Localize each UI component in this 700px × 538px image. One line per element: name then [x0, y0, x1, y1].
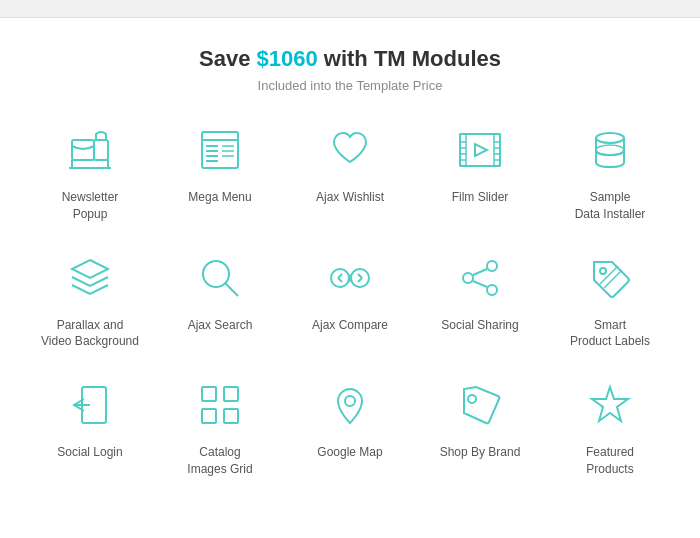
film-slider-icon: [451, 121, 509, 179]
module-item-smart-labels: Smart Product Labels: [545, 239, 675, 367]
ajax-wishlist-icon: [321, 121, 379, 179]
svg-point-39: [463, 273, 473, 283]
module-item-shop-by-brand: Shop By Brand: [415, 366, 545, 494]
module-item-mega-menu: Mega Menu: [155, 111, 285, 239]
module-item-ajax-wishlist: Ajax Wishlist: [285, 111, 415, 239]
svg-rect-1: [94, 140, 108, 160]
module-label-google-map: Google Map: [317, 444, 382, 461]
social-sharing-icon: [451, 249, 509, 307]
svg-marker-26: [475, 144, 487, 156]
module-item-google-map: Google Map: [285, 366, 415, 494]
module-item-ajax-search: Ajax Search: [155, 239, 285, 367]
mega-menu-icon: [191, 121, 249, 179]
svg-line-42: [473, 281, 487, 287]
svg-line-37: [358, 278, 362, 282]
top-bar: [0, 0, 700, 18]
sample-data-icon: [581, 121, 639, 179]
svg-point-28: [596, 145, 624, 155]
module-label-parallax: Parallax and Video Background: [41, 317, 139, 351]
module-item-social-sharing: Social Sharing: [415, 239, 545, 367]
module-label-social-login: Social Login: [57, 444, 122, 461]
svg-rect-51: [224, 409, 238, 423]
module-label-ajax-compare: Ajax Compare: [312, 317, 388, 334]
module-item-catalog-grid: Catalog Images Grid: [155, 366, 285, 494]
module-label-mega-menu: Mega Menu: [188, 189, 251, 206]
module-label-smart-labels: Smart Product Labels: [570, 317, 650, 351]
page-title: Save $1060 with TM Modules: [20, 46, 680, 72]
svg-rect-48: [202, 387, 216, 401]
catalog-grid-icon: [191, 376, 249, 434]
svg-point-27: [596, 133, 624, 143]
svg-point-38: [487, 261, 497, 271]
svg-marker-29: [72, 260, 108, 278]
modules-grid: Newsletter Popup Mega Menu Ajax Wishlist: [0, 111, 700, 494]
module-label-featured-products: Featured Products: [586, 444, 634, 478]
module-item-featured-products: Featured Products: [545, 366, 675, 494]
parallax-icon: [61, 249, 119, 307]
featured-products-icon: [581, 376, 639, 434]
module-label-sample-data: Sample Data Installer: [575, 189, 646, 223]
svg-line-31: [225, 283, 238, 296]
module-label-catalog-grid: Catalog Images Grid: [187, 444, 252, 478]
svg-marker-54: [592, 387, 628, 421]
module-label-newsletter-popup: Newsletter Popup: [62, 189, 119, 223]
svg-point-43: [600, 268, 606, 274]
newsletter-popup-icon: [61, 121, 119, 179]
module-item-parallax: Parallax and Video Background: [25, 239, 155, 367]
ajax-search-icon: [191, 249, 249, 307]
svg-line-41: [473, 269, 487, 275]
svg-rect-50: [202, 409, 216, 423]
module-item-film-slider: Film Slider: [415, 111, 545, 239]
module-item-social-login: Social Login: [25, 366, 155, 494]
module-label-ajax-wishlist: Ajax Wishlist: [316, 189, 384, 206]
smart-labels-icon: [581, 249, 639, 307]
svg-line-35: [338, 278, 342, 282]
module-item-newsletter-popup: Newsletter Popup: [25, 111, 155, 239]
svg-rect-49: [224, 387, 238, 401]
module-item-ajax-compare: Ajax Compare: [285, 239, 415, 367]
svg-point-40: [487, 285, 497, 295]
module-label-ajax-search: Ajax Search: [188, 317, 253, 334]
page-subtitle: Included into the Template Price: [20, 78, 680, 93]
module-item-sample-data: Sample Data Installer: [545, 111, 675, 239]
svg-point-53: [468, 395, 476, 403]
page-header: Save $1060 with TM Modules Included into…: [0, 18, 700, 111]
ajax-compare-icon: [321, 249, 379, 307]
shop-by-brand-icon: [451, 376, 509, 434]
google-map-icon: [321, 376, 379, 434]
svg-line-45: [604, 270, 622, 288]
social-login-icon: [61, 376, 119, 434]
module-label-shop-by-brand: Shop By Brand: [440, 444, 521, 461]
svg-point-52: [345, 396, 355, 406]
module-label-social-sharing: Social Sharing: [441, 317, 518, 334]
module-label-film-slider: Film Slider: [452, 189, 509, 206]
